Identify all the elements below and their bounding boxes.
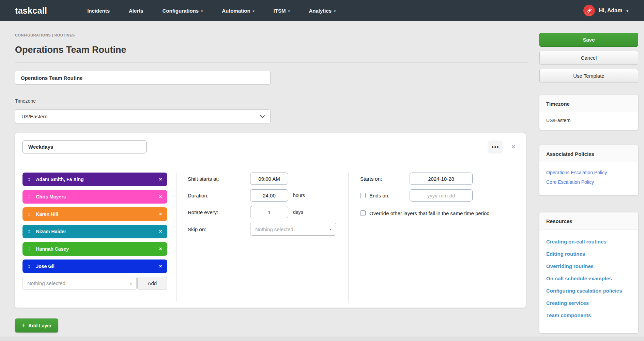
nav-menu: IncidentsAlertsConfigurations▾Automation… — [78, 0, 345, 21]
routine-name-input[interactable] — [15, 71, 271, 85]
policy-link-operations-escalation-policy[interactable]: Operations Escalation Policy — [546, 168, 631, 177]
member-select-placeholder: Nothing selected — [27, 280, 65, 286]
shift-starts-input[interactable] — [250, 173, 288, 185]
right-sidebar: Save Cancel Use Template Timezone US/Eas… — [539, 21, 638, 333]
member-name: Adam Smith, Fa Xing — [36, 177, 84, 182]
timezone-select-value: US/Eastern — [21, 114, 48, 119]
chevron-down-icon: ▾ — [626, 9, 628, 13]
member-name: Karen Hill — [36, 211, 58, 217]
add-member-button[interactable]: Add — [137, 277, 167, 290]
nav-item-label: Configurations — [163, 8, 199, 14]
duration-unit: hours — [293, 193, 305, 198]
title-divider — [15, 62, 528, 63]
user-menu[interactable]: Hi, Adam ▾ — [583, 5, 628, 16]
member-name: Hannah Casey — [36, 246, 69, 252]
member-select[interactable]: Nothing selected ▴ — [22, 277, 137, 290]
nav-item-label: Incidents — [87, 8, 110, 14]
drag-handle-icon[interactable]: ↕ — [28, 246, 31, 252]
cancel-button[interactable]: Cancel — [539, 51, 638, 65]
nav-item-automation[interactable]: Automation▾ — [212, 0, 264, 21]
caret-up-icon: ▴ — [130, 282, 132, 285]
policy-link-core-escalation-policy[interactable]: Core Escalation Policy — [546, 177, 631, 187]
skip-on-select[interactable]: Nothing selected ▾ — [250, 223, 336, 236]
override-label: Override other layers that fall in the s… — [369, 210, 490, 216]
starts-on-input[interactable] — [410, 173, 473, 185]
ends-on-input[interactable] — [410, 189, 473, 202]
member-name: Nizam Haider — [36, 229, 66, 234]
associated-policies-panel: Associated Policies Operations Escalatio… — [539, 145, 638, 195]
duration-input[interactable] — [250, 189, 288, 202]
shift-settings-column: Shift starts at: Duration: hours Rotate … — [177, 173, 349, 302]
drag-handle-icon[interactable]: ↕ — [28, 193, 31, 200]
member-add-row: Nothing selected ▴ Add — [22, 277, 167, 290]
remove-member-icon[interactable]: ✕ — [159, 229, 162, 234]
chevron-down-icon: ▾ — [288, 9, 290, 13]
drag-handle-icon[interactable]: ↕ — [28, 263, 31, 270]
skip-select-placeholder: Nothing selected — [255, 226, 293, 232]
caret-down-icon: ▾ — [329, 227, 331, 231]
override-row: Override other layers that fall in the s… — [360, 207, 518, 219]
breadcrumb: CONFIGURATIONS | ROUTINES — [15, 33, 528, 37]
brand-logo[interactable]: taskcall — [15, 6, 47, 16]
remove-member-icon[interactable]: ✕ — [159, 212, 162, 217]
resource-link-on-call-schedule-examples[interactable]: On-call schedule examples — [546, 272, 631, 285]
nav-item-label: Automation — [222, 8, 250, 14]
associated-policies-title: Associated Policies — [539, 145, 638, 162]
members-column: ↕Adam Smith, Fa Xing✕↕Chris Mayers✕↕Kare… — [22, 173, 177, 302]
resource-link-creating-on-call-routines[interactable]: Creating on-call routines — [546, 236, 631, 248]
starts-on-label: Starts on: — [360, 176, 410, 182]
remove-member-icon[interactable]: ✕ — [159, 194, 162, 199]
layer-name-input[interactable] — [22, 140, 147, 153]
nav-item-label: ITSM — [274, 8, 286, 14]
use-template-button[interactable]: Use Template — [539, 69, 638, 83]
drag-handle-icon[interactable]: ↕ — [28, 211, 31, 218]
member-name: Jose Gil — [36, 264, 55, 269]
remove-member-icon[interactable]: ✕ — [159, 177, 162, 182]
member-pill-jose-gil[interactable]: ↕Jose Gil✕ — [22, 260, 167, 273]
member-pill-adam-smith-fa-xing[interactable]: ↕Adam Smith, Fa Xing✕ — [22, 173, 167, 186]
override-checkbox[interactable] — [360, 210, 366, 216]
page-content: CONFIGURATIONS | ROUTINES Operations Tea… — [0, 21, 644, 333]
layer-options-button[interactable]: ●●● — [488, 140, 503, 153]
resource-link-team-components[interactable]: Team components — [546, 309, 631, 322]
user-greeting: Hi, Adam — [599, 8, 623, 14]
drag-handle-icon[interactable]: ↕ — [28, 176, 31, 183]
remove-member-icon[interactable]: ✕ — [159, 264, 162, 269]
nav-item-analytics[interactable]: Analytics▾ — [299, 0, 345, 21]
resource-link-creating-services[interactable]: Creating services — [546, 297, 631, 309]
timezone-select[interactable]: US/Eastern — [15, 109, 271, 123]
nav-item-label: Alerts — [129, 8, 143, 14]
add-layer-button[interactable]: + Add Layer — [15, 318, 58, 332]
plus-icon: + — [21, 322, 25, 329]
rotate-input[interactable] — [250, 206, 288, 218]
member-pill-chris-mayers[interactable]: ↕Chris Mayers✕ — [22, 190, 167, 204]
timezone-label: Timezone — [15, 98, 528, 104]
member-pill-nizam-haider[interactable]: ↕Nizam Haider✕ — [22, 225, 167, 238]
layer-close-icon[interactable]: ✕ — [511, 143, 516, 151]
save-button[interactable]: Save — [539, 33, 638, 47]
skip-row: Skip on: Nothing selected ▾ — [188, 223, 337, 236]
duration-row: Duration: hours — [188, 189, 337, 202]
member-pill-karen-hill[interactable]: ↕Karen Hill✕ — [22, 207, 167, 221]
layer-card: ●●● ✕ ↕Adam Smith, Fa Xing✕↕Chris Mayers… — [15, 133, 526, 308]
nav-item-configurations[interactable]: Configurations▾ — [153, 0, 213, 21]
nav-item-incidents[interactable]: Incidents — [78, 0, 119, 21]
timezone-panel: Timezone US/Eastern — [539, 95, 638, 130]
ends-on-checkbox[interactable] — [360, 193, 366, 198]
chevron-down-icon: ▾ — [334, 9, 336, 13]
remove-member-icon[interactable]: ✕ — [159, 247, 162, 251]
layer-body: ↕Adam Smith, Fa Xing✕↕Chris Mayers✕↕Kare… — [22, 173, 518, 302]
resource-link-editing-routines[interactable]: Editing routines — [546, 248, 631, 260]
resource-links: Creating on-call routinesEditing routine… — [539, 229, 638, 333]
nav-item-alerts[interactable]: Alerts — [119, 0, 153, 21]
member-pill-hannah-casey[interactable]: ↕Hannah Casey✕ — [22, 242, 167, 256]
drag-handle-icon[interactable]: ↕ — [28, 228, 31, 235]
resource-link-configuring-escalation-policies[interactable]: Configuring escalation policies — [546, 285, 631, 297]
resource-link-overriding-routines[interactable]: Overriding routines — [546, 260, 631, 272]
timezone-panel-value: US/Eastern — [539, 112, 638, 130]
nav-item-itsm[interactable]: ITSM▾ — [264, 0, 300, 21]
chevron-down-icon: ▾ — [201, 9, 203, 13]
resources-panel: Resources Creating on-call routinesEditi… — [539, 212, 638, 333]
chevron-down-icon: ▾ — [253, 9, 255, 13]
nav-item-label: Analytics — [309, 8, 332, 14]
